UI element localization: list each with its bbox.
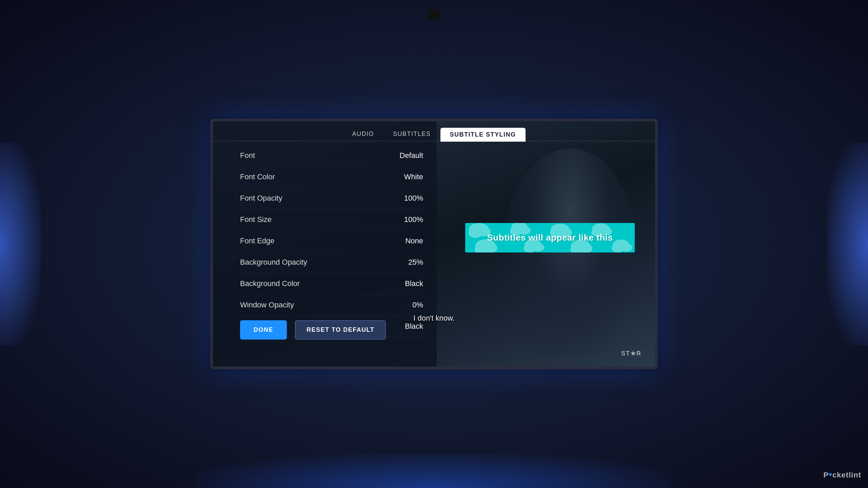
setting-label-font-opacity: Font Opacity [240,194,282,203]
figure-silhouette [502,148,638,359]
setting-row-font-opacity[interactable]: Font Opacity 100% [240,188,423,209]
tab-subtitle-styling[interactable]: SUBTITLE STYLING [440,128,526,142]
setting-value-bg-opacity: 25% [408,258,423,267]
ambient-bottom [197,454,671,488]
setting-label-bg-color: Background Color [240,279,300,288]
tv-outer: AUDIO SUBTITLES SUBTITLE STYLING Font De… [0,0,868,488]
setting-value-font-opacity: 100% [404,194,423,203]
setting-value-font-edge: None [405,237,423,245]
setting-value-bg-color: Black [405,279,423,288]
ambient-right [827,142,868,346]
preview-text: Subtitles will appear like this [472,232,628,243]
watermark-text: P•cketlint [823,471,861,479]
webcam [429,9,439,20]
setting-row-window-opacity[interactable]: Window Opacity 0% [240,294,423,316]
setting-label-font-edge: Font Edge [240,237,275,245]
subtitle-preview: Subtitles will appear like this [465,223,635,252]
watermark: P•cketlint [823,469,861,480]
tv-content: AUDIO SUBTITLES SUBTITLE STYLING Font De… [213,121,655,367]
setting-row-font-size[interactable]: Font Size 100% [240,209,423,230]
setting-label-font: Font [240,151,255,160]
setting-row-bg-color[interactable]: Background Color Black [240,273,423,294]
setting-row-font-edge[interactable]: Font Edge None [240,230,423,252]
setting-label-font-size: Font Size [240,215,272,224]
setting-label-window-opacity: Window Opacity [240,301,294,309]
reset-button[interactable]: RESET TO DEFAULT [295,320,386,340]
ambient-left [0,142,41,346]
buttons-row: DONE RESET TO DEFAULT [240,320,386,340]
setting-row-bg-opacity[interactable]: Background Opacity 25% [240,252,423,273]
caption-text: I don't know. [413,314,455,323]
setting-value-font: Default [399,151,423,160]
setting-row-font[interactable]: Font Default [240,145,423,166]
star-logo: ST★R [621,350,642,357]
setting-label-font-color: Font Color [240,172,275,181]
settings-panel: Font Default Font Color White Font Opaci… [240,145,423,337]
tabs-bar: AUDIO SUBTITLES SUBTITLE STYLING [213,121,655,142]
tv-frame: AUDIO SUBTITLES SUBTITLE STYLING Font De… [210,119,658,369]
setting-value-window-opacity: 0% [412,301,423,309]
tab-subtitles[interactable]: SUBTITLES [383,127,440,142]
done-button[interactable]: DONE [240,320,287,340]
setting-value-font-size: 100% [404,215,423,224]
tab-audio[interactable]: AUDIO [342,127,383,142]
setting-row-font-color[interactable]: Font Color White [240,166,423,188]
setting-value-window-color: Black [405,322,423,331]
setting-value-font-color: White [404,172,423,181]
preview-box: Subtitles will appear like this [465,223,635,252]
setting-label-bg-opacity: Background Opacity [240,258,307,267]
